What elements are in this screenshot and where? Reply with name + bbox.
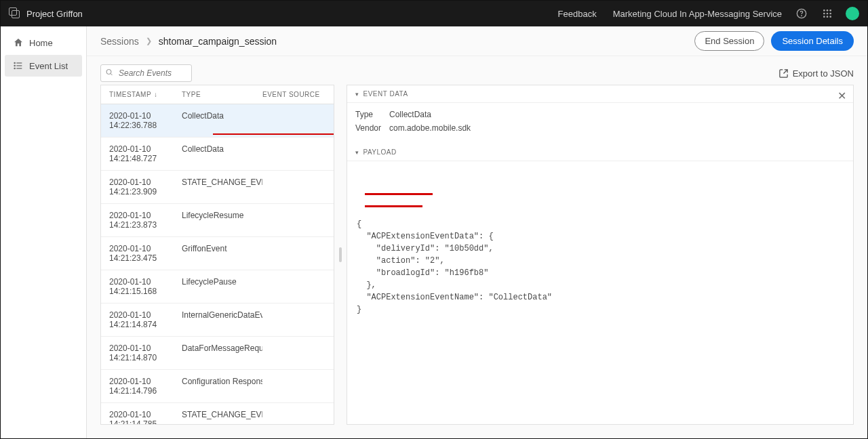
event-row[interactable]: 2020-01-10 14:21:14.870DataForMessageReq… [101,337,334,370]
svg-point-2 [823,9,825,12]
event-timestamp: 2020-01-10 14:21:14.874 [109,310,182,329]
events-header: TIMESTAMP ↓ TYPE EVENT SOURCE [101,85,334,104]
breadcrumb-current: shtomar_campaign_session [159,36,277,47]
event-row[interactable]: 2020-01-10 14:21:48.727CollectData [101,138,334,171]
svg-point-4 [829,9,831,12]
event-row[interactable]: 2020-01-10 14:21:14.874InternalGenericDa… [101,304,334,337]
col-type-header[interactable]: TYPE [182,91,262,98]
export-json-button[interactable]: Export to JSON [778,68,854,79]
search-input[interactable] [100,64,192,82]
sidebar: Home Event List [1,26,87,438]
vendor-label: Vendor [355,123,389,133]
home-icon [13,37,24,48]
griffon-logo-icon [9,7,21,20]
chevron-down-icon: ▾ [355,91,359,98]
app-logo: Project Griffon [9,7,83,20]
svg-point-15 [14,65,15,66]
event-type: CollectData [182,111,262,130]
event-type: CollectData [182,144,262,163]
event-timestamp: 2020-01-10 14:21:14.785 [109,410,182,424]
event-timestamp: 2020-01-10 14:21:48.727 [109,144,182,163]
event-type: STATE_CHANGE_EVENT [182,177,262,196]
vendor-value: com.adobe.mobile.sdk [389,123,471,133]
session-details-button[interactable]: Session Details [771,31,854,51]
svg-line-18 [111,74,113,76]
sidebar-item-label: Event List [29,61,68,71]
event-timestamp: 2020-01-10 14:21:14.870 [109,343,182,362]
sidebar-item-label: Home [29,38,53,48]
event-timestamp: 2020-01-10 14:21:15.168 [109,277,182,296]
event-timestamp: 2020-01-10 14:21:23.909 [109,177,182,196]
svg-point-8 [823,16,825,18]
event-type: LifecyclePause [182,277,262,296]
event-type: InternalGenericDataEvent [182,310,262,329]
type-label: Type [355,110,389,119]
svg-point-7 [829,13,831,15]
events-list[interactable]: 2020-01-10 14:22:36.788CollectData2020-0… [101,104,334,424]
event-timestamp: 2020-01-10 14:21:23.873 [109,211,182,230]
sort-down-icon: ↓ [154,91,158,98]
event-data-body: Type CollectData Vendor com.adobe.mobile… [347,103,853,144]
avatar[interactable] [846,7,859,20]
svg-point-5 [823,13,825,15]
svg-point-6 [827,13,829,15]
breadcrumb-root[interactable]: Sessions [100,36,139,47]
event-type: Configuration Response Ev [182,377,262,396]
panel-resize-handle[interactable] [338,85,342,425]
close-icon[interactable]: ✕ [837,89,846,102]
toolbar: Export to JSON [87,56,867,85]
breadcrumb-bar: Sessions ❯ shtomar_campaign_session End … [87,26,867,56]
event-type: LifecycleResume [182,211,262,230]
event-row[interactable]: 2020-01-10 14:21:14.785STATE_CHANGE_EVEN… [101,403,334,424]
sidebar-item-event-list[interactable]: Event List [5,55,82,77]
event-row[interactable]: 2020-01-10 14:21:14.796Configuration Res… [101,370,334,403]
svg-point-17 [106,70,111,75]
event-timestamp: 2020-01-10 14:22:36.788 [109,111,182,130]
chevron-right-icon: ❯ [146,37,152,45]
event-timestamp: 2020-01-10 14:21:23.475 [109,244,182,263]
export-icon [778,68,789,79]
col-timestamp-header[interactable]: TIMESTAMP ↓ [109,91,182,98]
topbar: Project Griffon Feedback Marketing Cloud… [1,1,867,26]
section-payload-header[interactable]: ▾ PAYLOAD [347,144,853,161]
event-row[interactable]: 2020-01-10 14:21:23.909STATE_CHANGE_EVEN… [101,171,334,204]
feedback-link[interactable]: Feedback [558,9,597,19]
svg-point-16 [14,68,15,68]
col-source-header[interactable]: EVENT SOURCE [262,91,326,98]
event-row[interactable]: 2020-01-10 14:21:23.873LifecycleResume [101,204,334,237]
svg-point-9 [827,16,829,18]
svg-point-10 [829,16,831,18]
detail-panel: ✕ ▾ EVENT DATA Type CollectData Vendor c… [347,85,854,425]
event-row[interactable]: 2020-01-10 14:22:36.788CollectData [101,104,334,138]
svg-point-3 [827,9,829,12]
type-value: CollectData [389,110,431,119]
svg-point-14 [14,62,15,63]
end-session-button[interactable]: End Session [694,31,764,51]
event-type: GriffonEvent [182,244,262,263]
svg-point-1 [802,16,802,16]
help-icon[interactable] [795,7,808,20]
search-icon [105,68,113,79]
event-row[interactable]: 2020-01-10 14:21:23.475GriffonEvent [101,237,334,270]
event-type: DataForMessageRequest [182,343,262,362]
event-timestamp: 2020-01-10 14:21:14.796 [109,377,182,396]
list-icon [13,60,24,71]
payload-body: { "ACPExtensionEventData": { "deliveryId… [347,161,853,324]
sidebar-item-home[interactable]: Home [5,32,82,54]
events-panel: TIMESTAMP ↓ TYPE EVENT SOURCE 2020-01-10… [100,85,334,425]
apps-grid-icon[interactable] [821,7,833,20]
service-link[interactable]: Marketing Cloud In App-Messaging Service [613,9,782,19]
export-label: Export to JSON [793,68,854,79]
app-name: Project Griffon [26,9,83,19]
section-event-data-header[interactable]: ▾ EVENT DATA [347,85,853,103]
chevron-down-icon: ▾ [355,149,359,156]
event-type: STATE_CHANGE_EVENT [182,410,262,424]
event-row[interactable]: 2020-01-10 14:21:15.168LifecyclePause [101,270,334,304]
